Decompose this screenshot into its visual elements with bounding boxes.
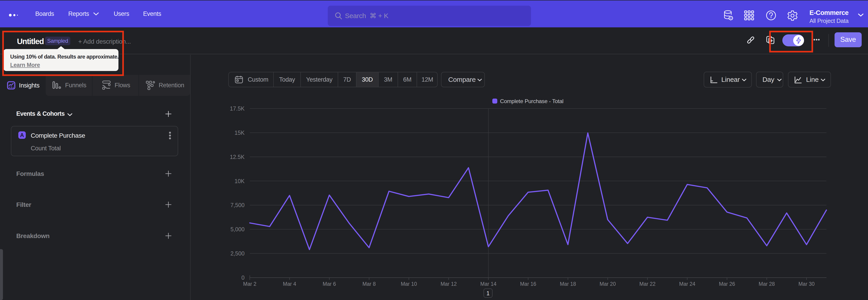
svg-text:Mar 28: Mar 28 bbox=[758, 281, 775, 287]
svg-text:Mar 18: Mar 18 bbox=[560, 281, 576, 287]
svg-text:15K: 15K bbox=[235, 129, 245, 136]
svg-text:Mar 24: Mar 24 bbox=[679, 281, 695, 287]
svg-text:Mar 20: Mar 20 bbox=[600, 281, 616, 287]
svg-text:7,500: 7,500 bbox=[230, 202, 245, 208]
svg-text:Mar 4: Mar 4 bbox=[283, 281, 296, 287]
svg-text:Mar 26: Mar 26 bbox=[719, 281, 735, 287]
svg-text:Mar 16: Mar 16 bbox=[520, 281, 536, 287]
svg-text:12.5K: 12.5K bbox=[230, 154, 245, 160]
svg-text:Mar 10: Mar 10 bbox=[401, 281, 417, 287]
svg-text:Mar 8: Mar 8 bbox=[362, 281, 376, 287]
svg-text:Mar 22: Mar 22 bbox=[640, 281, 656, 287]
svg-text:10K: 10K bbox=[235, 178, 245, 184]
svg-text:Mar 2: Mar 2 bbox=[243, 281, 256, 287]
svg-text:5,000: 5,000 bbox=[230, 226, 245, 232]
svg-text:2,500: 2,500 bbox=[230, 250, 245, 257]
svg-text:Mar 14: Mar 14 bbox=[480, 281, 497, 287]
svg-text:Mar 12: Mar 12 bbox=[440, 281, 457, 287]
svg-text:17.5K: 17.5K bbox=[230, 106, 245, 112]
svg-text:Mar 30: Mar 30 bbox=[798, 281, 815, 287]
svg-text:0: 0 bbox=[241, 274, 245, 281]
svg-text:Mar 6: Mar 6 bbox=[323, 281, 336, 287]
